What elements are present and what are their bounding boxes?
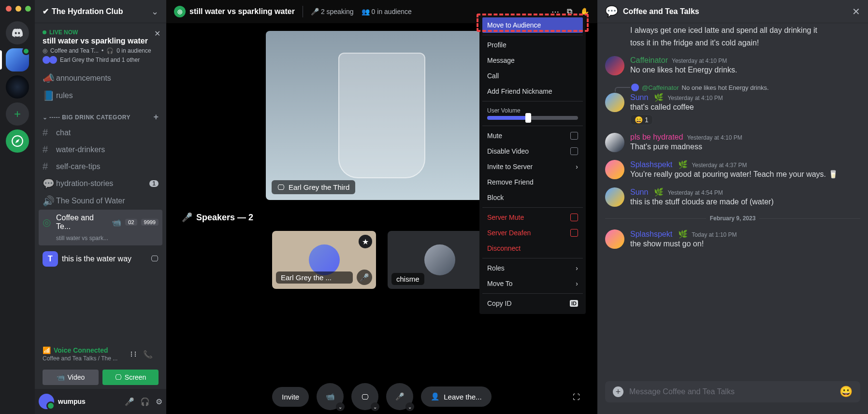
message-text: this is the stuff clouds are made of (wa… <box>630 197 860 207</box>
message-author[interactable]: Caffeinator <box>630 56 668 65</box>
server-header[interactable]: ✔The Hydration Club ⌄ <box>35 0 166 23</box>
screen-icon: 🖵 <box>115 373 122 381</box>
noise-suppression-icon[interactable]: ⫶⫶ <box>130 350 137 359</box>
home-button[interactable] <box>6 21 29 44</box>
message-avatar[interactable] <box>605 93 624 112</box>
menu-move-to[interactable]: Move To› <box>482 276 583 291</box>
discord-logo-icon <box>11 27 24 39</box>
server-other[interactable] <box>6 75 29 99</box>
message-avatar[interactable] <box>605 56 624 75</box>
channel-sound-of-water[interactable]: 🔊The Sound of Water <box>39 192 162 210</box>
message-avatar[interactable] <box>605 133 624 152</box>
leave-button[interactable]: 👤Leave the... <box>421 386 491 407</box>
reply-reference[interactable]: @Caffeinator No one likes hot Energy dri… <box>615 83 860 92</box>
leaf-icon: 🌿 <box>678 160 688 169</box>
reaction[interactable]: 😄 1 <box>630 114 653 125</box>
channel-announcements[interactable]: 📣announcements <box>39 70 162 87</box>
message-text: that's called coffee <box>630 102 860 113</box>
minimize-window[interactable] <box>15 6 21 12</box>
menu-disable-video[interactable]: Disable Video <box>482 143 583 159</box>
channel-sidebar: ✔The Hydration Club ⌄ LIVE NOW ✕ still w… <box>35 0 166 414</box>
message-avatar[interactable] <box>605 187 624 207</box>
menu-copy-id[interactable]: Copy IDID <box>482 296 583 311</box>
menu-disconnect[interactable]: Disconnect <box>482 241 583 256</box>
menu-profile[interactable]: Profile <box>482 37 583 53</box>
video-tile[interactable]: 🖵 Earl Grey the Third <box>266 31 498 200</box>
channel-self-care-tips[interactable]: #self-care-tips <box>39 158 162 175</box>
menu-block[interactable]: Block <box>482 190 583 205</box>
chevron-down-icon[interactable]: ⌄ <box>405 402 414 411</box>
channel-water-way[interactable]: T this is the water way 🖵 <box>39 247 162 271</box>
live-indicator-icon <box>22 47 30 55</box>
speaker-icon: 🔊 <box>43 195 52 207</box>
message-author[interactable]: Sunn <box>630 188 648 197</box>
chat-message: Splashspekt🌿Today at 1:10 PMthe show mus… <box>605 229 860 249</box>
message-timestamp: Yesterday at 4:10 PM <box>672 57 727 64</box>
message-author[interactable]: Splashspekt <box>630 160 672 169</box>
checkbox-icon <box>570 229 578 237</box>
menu-server-mute[interactable]: Server Mute <box>482 210 583 225</box>
menu-call[interactable]: Call <box>482 68 583 84</box>
chevron-down-icon[interactable]: ⌄ <box>371 402 379 411</box>
screen-share-button[interactable]: 🖵Screen <box>102 370 159 385</box>
disconnect-icon[interactable]: 📞 <box>143 350 153 359</box>
message-avatar[interactable] <box>605 160 624 179</box>
settings-icon[interactable]: ⚙ <box>156 397 162 406</box>
attach-button[interactable]: + <box>613 386 623 397</box>
chat-messages: I always get one iced latte and spend al… <box>597 23 868 381</box>
maximize-window[interactable] <box>25 6 31 12</box>
menu-invite-to-server[interactable]: Invite to Server› <box>482 159 583 174</box>
emoji-button[interactable]: 😀 <box>839 385 853 398</box>
menu-mute[interactable]: Mute <box>482 128 583 143</box>
close-icon[interactable]: ✕ <box>154 29 160 38</box>
message-continuation: toss it in the fridge and it's cold agai… <box>605 38 860 48</box>
channel-rules[interactable]: 📘rules <box>39 87 162 104</box>
speaker-card[interactable]: ★ Earl Grey the ... 🎤 <box>272 231 376 289</box>
menu-message[interactable]: Message <box>482 53 583 68</box>
menu-remove-friend[interactable]: Remove Friend <box>482 174 583 190</box>
camera-toggle-button[interactable]: 📹⌄ <box>317 383 344 410</box>
camera-icon: 📹 <box>112 218 121 227</box>
mic-toggle-button[interactable]: 🎤⌄ <box>386 383 413 410</box>
live-now-box[interactable]: LIVE NOW ✕ still water vs sparkling wate… <box>35 23 166 70</box>
close-icon[interactable]: ✕ <box>852 6 860 17</box>
menu-move-to-audience[interactable]: Move to Audience <box>482 17 583 33</box>
speaker-card[interactable]: chisme <box>388 231 492 289</box>
menu-roles[interactable]: Roles› <box>482 260 583 276</box>
message-author[interactable]: Sunn <box>630 93 648 102</box>
menu-add-friend-nickname[interactable]: Add Friend Nickname <box>482 84 583 99</box>
channel-category[interactable]: ⌄ ----- BIG DRINK CATEGORY + <box>39 104 162 124</box>
live-subtitle: ◎Coffee and Tea T... • 🎧0 in audience <box>43 47 159 54</box>
channel-coffee-tea-stage[interactable]: ◎ Coffee and Te... 📹 02 9999 still water… <box>39 210 162 245</box>
leaf-icon: 🌿 <box>654 93 664 102</box>
video-content <box>338 53 425 178</box>
add-server-button[interactable]: + <box>6 102 29 126</box>
channel-hydration-stories[interactable]: 💬hydration-stories1 <box>39 175 162 192</box>
volume-slider[interactable] <box>482 116 583 124</box>
fullscreen-button[interactable]: ⛶ <box>563 383 590 410</box>
explore-button[interactable] <box>6 129 29 153</box>
message-avatar[interactable] <box>605 229 624 249</box>
checkbox-icon <box>570 214 578 221</box>
add-channel-button[interactable]: + <box>153 112 159 122</box>
chevron-down-icon[interactable]: ⌄ <box>336 402 345 411</box>
invite-button[interactable]: Invite <box>272 387 309 407</box>
message-author[interactable]: pls be hydrated <box>630 133 683 142</box>
message-author[interactable]: Splashspekt <box>630 230 672 239</box>
deafen-icon[interactable]: 🎧 <box>140 397 150 406</box>
fullscreen-icon: ⛶ <box>573 393 580 401</box>
mute-icon[interactable]: 🎤 <box>125 397 134 406</box>
screen-share-toggle-button[interactable]: 🖵⌄ <box>351 383 378 410</box>
user-context-menu: Move to Audience Profile Message Call Ad… <box>479 14 586 314</box>
date-divider: February 9, 2023 <box>605 215 860 222</box>
message-input[interactable] <box>629 387 834 396</box>
channel-chat[interactable]: #chat <box>39 124 162 141</box>
channel-water-drinkers[interactable]: #water-drinkers <box>39 141 162 158</box>
chat-message: Splashspekt🌿Yesterday at 4:37 PMYou're r… <box>605 160 860 180</box>
video-button[interactable]: 📹Video <box>43 370 99 385</box>
menu-server-deafen[interactable]: Server Deafen <box>482 225 583 241</box>
server-hydration-club[interactable] <box>6 48 29 71</box>
signal-icon: 📶 <box>43 346 51 354</box>
user-avatar[interactable] <box>39 394 54 409</box>
close-window[interactable] <box>6 6 12 12</box>
